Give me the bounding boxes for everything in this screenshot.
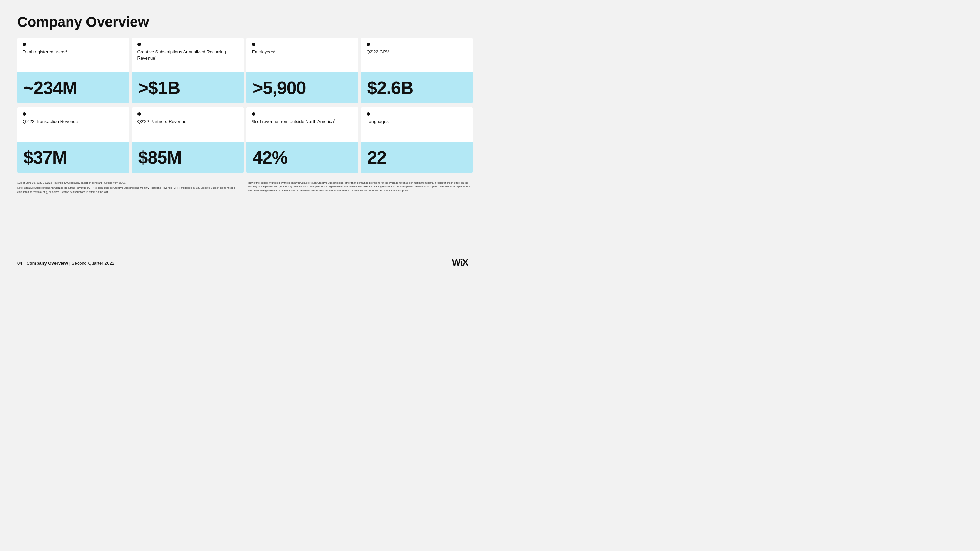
card-label-q222-transaction-revenue: Q2'22 Transaction Revenue <box>17 108 129 142</box>
card-value-revenue-outside-north-america: 42% <box>247 142 358 173</box>
page-title: Company Overview <box>17 14 473 30</box>
card-dot <box>137 43 141 46</box>
footnote-right-text: day of the period, multiplied by the mon… <box>248 181 473 192</box>
card-creative-subscriptions-arr: Creative Subscriptions Annualized Recurr… <box>132 38 244 103</box>
card-value-number: >5,900 <box>253 79 306 97</box>
card-value-q222-gpv: $2.6B <box>361 72 473 103</box>
card-dot <box>23 43 26 46</box>
card-value-q222-partners-revenue: $85M <box>132 142 244 173</box>
card-label-q222-partners-revenue: Q2'22 Partners Revenue <box>132 108 244 142</box>
card-dot <box>23 112 26 116</box>
card-value-employees: >5,900 <box>247 72 358 103</box>
card-employees: Employees1 >5,900 <box>247 38 358 103</box>
wix-logo: WiX <box>452 257 473 269</box>
card-label-text: Employees1 <box>252 49 353 55</box>
card-label-text: Languages <box>367 119 468 125</box>
card-value-q222-transaction-revenue: $37M <box>17 142 129 173</box>
card-value-number: $37M <box>24 148 67 166</box>
card-label-creative-subscriptions-arr: Creative Subscriptions Annualized Recurr… <box>132 38 244 72</box>
card-label-total-registered-users: Total registered users1 <box>17 38 129 72</box>
card-label-text: Q2'22 Transaction Revenue <box>23 119 124 125</box>
footer-separator: | <box>69 261 72 266</box>
card-label-text: Q2'22 Partners Revenue <box>137 119 239 125</box>
card-q222-gpv: Q2'22 GPV $2.6B <box>361 38 473 103</box>
grid-row-1: Total registered users1 ~234M Creative S… <box>17 38 473 103</box>
card-value-number: ~234M <box>24 79 77 97</box>
card-value-number: 42% <box>253 148 287 166</box>
card-q222-transaction-revenue: Q2'22 Transaction Revenue $37M <box>17 108 129 173</box>
card-total-registered-users: Total registered users1 ~234M <box>17 38 129 103</box>
card-label-languages: Languages <box>361 108 473 142</box>
card-revenue-outside-north-america: % of revenue from outside North America2… <box>247 108 358 173</box>
card-value-number: >$1B <box>138 79 180 97</box>
footnote-left: 1 As of June 30, 2022 2 Q2'22 Revenue by… <box>17 181 242 194</box>
card-value-number: $2.6B <box>368 79 414 97</box>
card-value-languages: 22 <box>361 142 473 173</box>
card-label-employees: Employees1 <box>247 38 358 72</box>
card-label-text: Q2'22 GPV <box>367 49 468 55</box>
card-languages: Languages 22 <box>361 108 473 173</box>
footnote-line2: Note: Creative Subscriptions Annualized … <box>17 186 242 194</box>
footer-page-number: 04 <box>17 261 22 266</box>
card-q222-partners-revenue: Q2'22 Partners Revenue $85M <box>132 108 244 173</box>
card-value-creative-subscriptions-arr: >$1B <box>132 72 244 103</box>
footer-section-subtitle: Second Quarter 2022 <box>72 261 115 266</box>
footnote-line1: 1 As of June 30, 2022 2 Q2'22 Revenue by… <box>17 181 242 184</box>
card-dot <box>252 43 255 46</box>
footer-section-title: Company Overview | Second Quarter 2022 <box>26 261 115 266</box>
card-value-number: $85M <box>138 148 181 166</box>
footnote-section: 1 As of June 30, 2022 2 Q2'22 Revenue by… <box>17 177 473 194</box>
footer-section-name: Company Overview <box>26 261 68 266</box>
card-label-text: Creative Subscriptions Annualized Recurr… <box>137 49 239 61</box>
footnote-right: day of the period, multiplied by the mon… <box>248 181 473 194</box>
card-value-number: 22 <box>368 148 387 166</box>
card-dot <box>137 112 141 116</box>
grid-row-2: Q2'22 Transaction Revenue $37M Q2'22 Par… <box>17 108 473 173</box>
card-dot <box>367 43 370 46</box>
card-value-total-registered-users: ~234M <box>17 72 129 103</box>
svg-text:WiX: WiX <box>452 257 469 267</box>
card-label-text: % of revenue from outside North America2 <box>252 119 353 125</box>
card-label-revenue-outside-north-america: % of revenue from outside North America2 <box>247 108 358 142</box>
card-dot <box>367 112 370 116</box>
card-dot <box>252 112 255 116</box>
page: Company Overview Total registered users1… <box>0 0 490 275</box>
footer-left: 04 Company Overview | Second Quarter 202… <box>17 261 115 266</box>
footer: 04 Company Overview | Second Quarter 202… <box>17 257 473 269</box>
card-label-text: Total registered users1 <box>23 49 124 55</box>
card-label-q222-gpv: Q2'22 GPV <box>361 38 473 72</box>
